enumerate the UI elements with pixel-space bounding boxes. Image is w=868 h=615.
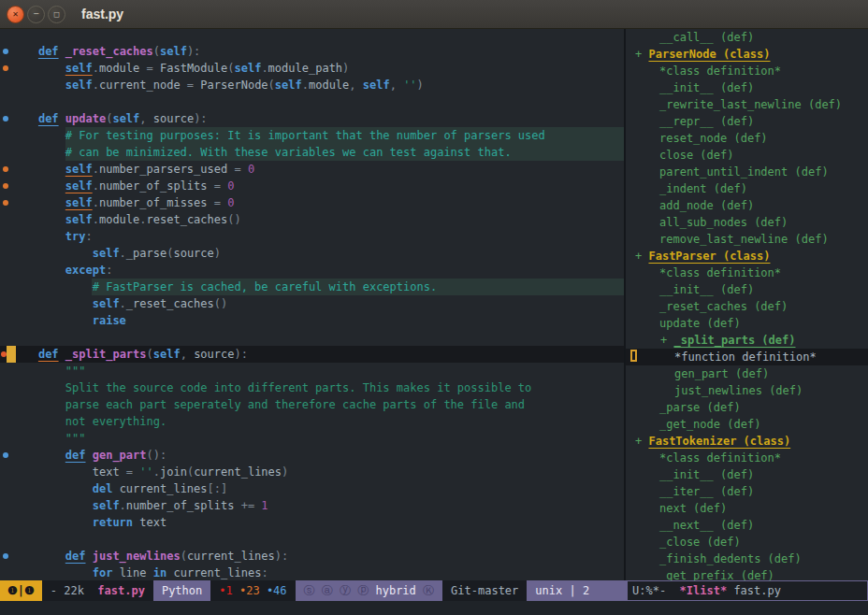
outline-item[interactable]: + FastParser (class) [626, 248, 868, 265]
outline-item[interactable]: _rewrite_last_newline (def) [626, 96, 868, 113]
outline-item[interactable]: __next__ (def) [626, 517, 868, 534]
code-editor-pane[interactable]: def _reset_caches(self): self.module = F… [0, 29, 624, 580]
code-line[interactable]: """ [0, 363, 624, 379]
modeline-segment-window-number[interactable]: ❶|❶ [0, 580, 42, 601]
minimize-button[interactable]: − [27, 6, 45, 23]
code-line[interactable]: for line in current_lines: [0, 565, 624, 580]
outline-item[interactable]: __init__ (def) [626, 466, 868, 483]
code-line[interactable]: self.current_node = ParserNode(self.modu… [0, 77, 624, 93]
code-line[interactable] [0, 329, 624, 346]
outline-item[interactable]: + FastTokenizer (class) [626, 433, 868, 450]
outline-item-label: *class definition* [659, 64, 781, 78]
outline-item[interactable]: _close (def) [626, 534, 868, 551]
modeline-segment-version-control[interactable]: Git-master [442, 580, 527, 601]
editor-area: def _reset_caches(self): self.module = F… [0, 29, 868, 580]
code-line[interactable]: try: [0, 228, 624, 245]
outline-item-label: __call__ (def) [659, 31, 754, 44]
echo-area[interactable] [0, 601, 868, 615]
modeline-segment-buffer-info[interactable]: - 22k fast.py [42, 580, 153, 601]
expand-plus-icon: + [635, 435, 648, 448]
expand-plus-icon: + [635, 250, 648, 263]
outline-item-label: ParserNode (class) [648, 48, 770, 61]
code-line[interactable]: raise [0, 312, 624, 329]
code-line[interactable]: def gen_part(): [0, 447, 624, 464]
outline-item[interactable]: just_newlines (def) [626, 382, 868, 399]
code-line[interactable]: self.module.reset_caches() [0, 211, 624, 228]
code-line[interactable]: self._reset_caches() [0, 295, 624, 312]
code-line[interactable]: # can be minimized. With these variables… [0, 144, 624, 161]
outline-item-label: __repr__ (def) [659, 115, 754, 128]
mode-line-right-window[interactable]: U:%*- *Ilist* fast.py [627, 580, 868, 601]
outline-item-label: update (def) [659, 317, 741, 330]
outline-item-label: _rewrite_last_newline (def) [659, 98, 842, 111]
code-line[interactable]: def _split_parts(self, source): [0, 346, 624, 363]
outline-item[interactable]: *class definition* [626, 63, 868, 79]
code-line[interactable]: self.number_of_splits += 1 [0, 497, 624, 514]
outline-item[interactable]: parent_until_indent (def) [626, 164, 868, 180]
outline-item[interactable]: _get_prefix (def) [626, 567, 868, 580]
code-line[interactable] [0, 531, 624, 548]
outline-item[interactable]: add_node (def) [626, 197, 868, 214]
code-line[interactable]: self.number_parsers_used = 0 [0, 161, 624, 178]
code-line[interactable]: def _reset_caches(self): [0, 43, 624, 60]
outline-item-label: add_node (def) [659, 199, 754, 212]
outline-item[interactable]: _finish_dedents (def) [626, 551, 868, 567]
code-line[interactable]: def just_newlines(current_lines): [0, 548, 624, 565]
outline-item[interactable]: *class definition* [626, 450, 868, 466]
imenu-list-pane[interactable]: __call__ (def)+ ParserNode (class)*class… [626, 29, 868, 580]
code-line[interactable]: except: [0, 262, 624, 279]
code-line[interactable]: self._parse(source) [0, 245, 624, 262]
code-line[interactable]: self.number_of_misses = 0 [0, 194, 624, 211]
modeline-buffer-name: *Ilist* [680, 584, 728, 597]
outline-item[interactable]: __iter__ (def) [626, 483, 868, 500]
outline-item[interactable]: __init__ (def) [626, 281, 868, 298]
code-line[interactable]: self.module = FastModule(self.module_pat… [0, 60, 624, 77]
modeline-segment-major-mode[interactable]: Python [153, 580, 210, 601]
close-button[interactable]: ✕ [7, 6, 24, 23]
outline-item[interactable]: next (def) [626, 500, 868, 517]
expand-plus-icon: + [635, 48, 648, 61]
code-line[interactable]: def update(self, source): [0, 110, 624, 127]
modeline-segment-minor-modes[interactable]: ⓢ ⓐ ⓨ ⓟ hybrid Ⓚ [296, 580, 443, 601]
outline-item[interactable]: _parse (def) [626, 399, 868, 416]
code-line[interactable]: not everything. [0, 413, 624, 430]
modeline-segment-flycheck-counts[interactable]: •1 •23 •46 [210, 580, 295, 601]
outline-item[interactable]: close (def) [626, 147, 868, 164]
code-line[interactable]: del current_lines[:] [0, 480, 624, 497]
code-line[interactable]: text = ''.join(current_lines) [0, 464, 624, 480]
outline-item[interactable]: + _split_parts (def) [626, 332, 868, 349]
modeline-segment-encoding[interactable]: unix | 2 [527, 580, 627, 601]
outline-item[interactable]: _reset_caches (def) [626, 298, 868, 315]
outline-item[interactable]: __init__ (def) [626, 79, 868, 96]
outline-item[interactable]: *class definition* [626, 265, 868, 281]
outline-item-label: all_sub_nodes (def) [659, 216, 788, 229]
mode-line-left-window: ❶|❶- 22k fast.pyPython•1 •23 •46ⓢ ⓐ ⓨ ⓟ … [0, 580, 627, 601]
outline-item[interactable]: remove_last_newline (def) [626, 231, 868, 248]
code-line[interactable]: # For testing purposes: It is important … [0, 127, 624, 144]
code-line[interactable]: """ [0, 430, 624, 447]
outline-item-label: parent_until_indent (def) [659, 165, 829, 179]
outline-item-label: _get_prefix (def) [659, 569, 774, 580]
outline-item-label: _close (def) [659, 536, 741, 549]
outline-item-label: next (def) [659, 502, 727, 515]
outline-item[interactable]: update (def) [626, 315, 868, 332]
code-line[interactable]: self.number_of_splits = 0 [0, 178, 624, 194]
outline-item[interactable]: all_sub_nodes (def) [626, 214, 868, 231]
outline-item[interactable]: gen_part (def) [626, 365, 868, 382]
code-line[interactable] [0, 93, 624, 110]
maximize-button[interactable]: □ [48, 6, 65, 23]
outline-item[interactable]: _indent (def) [626, 180, 868, 197]
outline-item-label: *function definition* [674, 350, 817, 364]
code-line[interactable]: parse each part seperately and therefore… [0, 396, 624, 413]
code-line[interactable]: return text [0, 514, 624, 531]
outline-item[interactable]: __call__ (def) [626, 29, 868, 46]
outline-item[interactable]: reset_node (def) [626, 130, 868, 147]
code-line[interactable]: # FastParser is cached, be careful with … [0, 279, 624, 295]
outline-item-label: __init__ (def) [659, 468, 754, 481]
outline-item[interactable]: _get_node (def) [626, 416, 868, 433]
outline-item-label: __init__ (def) [659, 81, 754, 94]
outline-item[interactable]: *function definition* [626, 349, 868, 365]
outline-item[interactable]: + ParserNode (class) [626, 46, 868, 63]
outline-item[interactable]: __repr__ (def) [626, 113, 868, 130]
code-line[interactable]: Split the source code into different par… [0, 379, 624, 396]
